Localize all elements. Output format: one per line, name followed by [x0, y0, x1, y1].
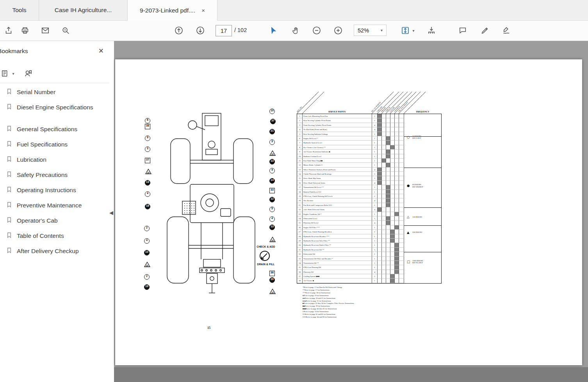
chevron-down-icon: ▾	[412, 29, 414, 33]
minus-circle-icon	[312, 26, 321, 35]
close-tab-icon[interactable]: ×	[201, 7, 205, 14]
zoom-level-value: 52%	[358, 27, 369, 34]
fit-page-button[interactable]: ▾	[397, 23, 419, 38]
zoom-level-select[interactable]: 52% ▾	[354, 25, 387, 36]
diagram-callout: 13	[145, 180, 150, 186]
footnote-line: ●●●Refer to page 21 for Instructions	[303, 300, 354, 303]
table-row: 33Transmission Oil Filter and Breather *…	[297, 257, 441, 261]
bookmark-item-label: Operator's Cab	[17, 217, 58, 224]
bookmark-item[interactable]: Preventive Maintenance	[0, 198, 114, 213]
select-tool-button[interactable]	[265, 23, 281, 38]
table-row: 3Front Steering Cylinder Pivot Points4	[297, 123, 441, 127]
cursor-icon	[269, 26, 278, 35]
bookmark-item[interactable]: Serial Number	[0, 84, 114, 100]
diagram-callout: 37	[145, 158, 150, 163]
table-row: 26Engine Oil Filter ***1	[297, 225, 441, 230]
next-page-button[interactable]	[192, 23, 208, 38]
sign-button[interactable]	[499, 23, 514, 38]
bookmark-item-label: Diesel Engine Specifications	[17, 104, 93, 111]
bookmark-item[interactable]: After Delivery Checkup	[0, 243, 114, 259]
bookmark-item[interactable]: Operator's Cab	[0, 213, 114, 228]
bookmark-options-button[interactable]: ▾	[0, 66, 16, 81]
table-row: 35PTO Gear Housing Oil2	[297, 265, 441, 270]
tab-tools[interactable]: Tools	[0, 0, 39, 20]
table-footnotes: *Refer to page 17 for Run-In-Oil Drain a…	[303, 286, 354, 319]
bookmarks-toolbar: ▾	[0, 64, 109, 83]
print-button[interactable]	[17, 23, 33, 38]
zoom-out-button[interactable]	[309, 23, 324, 38]
service-table-body-wrap: 1Front Axle Mounting Pivot Pins22Rear St…	[297, 114, 442, 284]
previous-page-button[interactable]	[171, 23, 187, 38]
table-row: 36Planetary Oil4	[297, 270, 441, 274]
scrolling-mode-button[interactable]	[424, 23, 439, 38]
tab-bar: Tools Case IH Agriculture... 9-2073-Link…	[0, 0, 588, 21]
chevron-down-icon: ▾	[381, 28, 383, 32]
service-points-header: SERVICE POINTS	[302, 111, 372, 113]
share-button[interactable]	[1, 23, 16, 38]
bookmark-icon	[6, 141, 12, 148]
bookmark-options-icon	[1, 69, 10, 78]
diagram-callout: 9	[145, 136, 150, 141]
diagram-callout: 4	[269, 168, 275, 173]
collapse-panel-icon[interactable]: ◀	[108, 208, 114, 218]
diagram-callout: 10	[269, 109, 275, 114]
bookmark-item[interactable]: Fuel Specifications	[0, 137, 114, 152]
table-row: 22Axle Shaft Universal Joints4	[297, 207, 441, 212]
tab-document-1[interactable]: Case IH Agriculture...	[39, 0, 128, 20]
bookmark-item[interactable]: Diesel Engine Specifications	[0, 100, 114, 115]
comment-button[interactable]	[455, 23, 470, 38]
bookmark-icon	[6, 104, 12, 111]
footnote-line: □Refer to page 74 for Instructions	[303, 311, 354, 313]
bookmark-item-label: General Specifications	[17, 126, 77, 133]
hand-tool-button[interactable]	[288, 23, 303, 38]
close-panel-icon[interactable]: ✕	[98, 47, 104, 55]
table-row: 10Radiator Coolant Level1	[297, 154, 441, 159]
zoom-in-button[interactable]	[330, 23, 346, 38]
frequency-header: FREQUENCY	[404, 111, 442, 113]
expand-bookmark-button[interactable]	[20, 66, 36, 81]
footnote-line: □□□Refer to page 64 and 90 for Instructi…	[303, 316, 354, 319]
arrow-down-circle-icon	[196, 26, 205, 35]
bookmark-item-label: Safety Precautions	[17, 171, 68, 179]
bookmark-item[interactable]: Table of Contents	[0, 228, 114, 243]
tractor-top-view-diagram	[162, 110, 260, 298]
diagram-callout: 22	[269, 150, 276, 156]
bookmark-icon	[6, 217, 12, 225]
table-row: 17Transmission Oil Level **1	[297, 185, 441, 189]
diagram-callout: 19	[144, 284, 150, 290]
bookmark-item-label: Operating Instructions	[17, 187, 76, 194]
footnote-line: ●●Refer to page 20 and 21 for Instructio…	[303, 297, 354, 300]
bookmark-item-label: Lubrication	[17, 156, 46, 163]
tab-document-2[interactable]: 9-2073-Linked pdf.... ×	[128, 0, 217, 21]
diagram-callout: 2	[144, 226, 150, 231]
table-row: 30Hydraulic Reservoir Outlet Filter **1	[297, 243, 441, 247]
bookmarks-panel: Bookmarks ✕ ▾ Serial NumberDiesel Engine…	[0, 41, 114, 382]
printer-icon	[21, 26, 29, 35]
table-row: 16Drive Shaft Universal Joints4	[297, 181, 441, 185]
bookmark-item-label: Preventive Maintenance	[17, 202, 82, 209]
table-row: 25Planetary Oil Level4	[297, 221, 441, 225]
table-row: 27PTO Gear, Clutch Housing Breathers2	[297, 230, 441, 234]
bookmark-item[interactable]: Operating Instructions	[0, 182, 114, 198]
bookmark-item[interactable]: Lubrication	[0, 152, 114, 167]
page-number-input[interactable]	[216, 25, 232, 36]
comment-icon	[458, 26, 467, 35]
table-row: 37Cooling System ■■■3	[297, 274, 441, 278]
bookmark-item[interactable]: General Specifications	[0, 121, 114, 137]
service-table-header: SERVICE POINTS FREQUENCY REF. NO.NO. OF …	[297, 89, 442, 114]
page-count-label: / 102	[234, 25, 247, 36]
search-button[interactable]	[58, 23, 73, 38]
table-row: 38Air Cleaner ■1	[297, 278, 441, 283]
diagram-callout: 4	[145, 191, 150, 197]
highlight-button[interactable]	[477, 23, 493, 38]
check-add-label: CHECK & ADD	[252, 245, 280, 248]
email-button[interactable]	[37, 23, 53, 38]
check-add-symbol-icon	[257, 250, 271, 264]
document-area[interactable]: CHECK & ADD DRAIN & FILL 15 838933722134…	[114, 41, 588, 382]
viewer-bottom-bar	[114, 367, 588, 382]
table-row: 21Fan Belts and Compressor Belts □□□2	[297, 203, 441, 207]
email-icon	[41, 26, 50, 35]
bookmark-icon	[6, 156, 12, 164]
bookmark-item[interactable]: Safety Precautions	[0, 167, 114, 182]
drain-fill-label: DRAIN & FILL	[252, 263, 280, 266]
